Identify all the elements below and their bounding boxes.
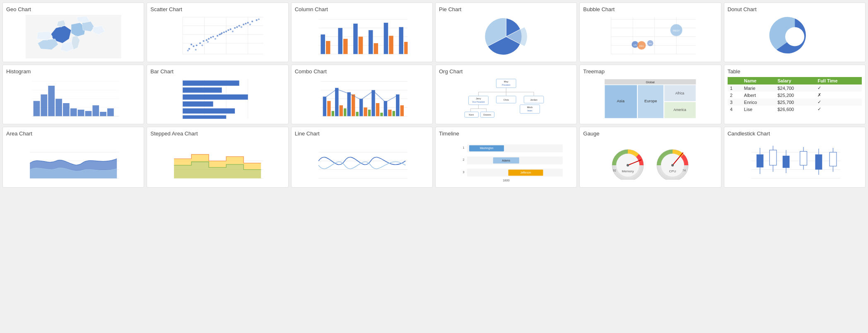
svg-rect-60 xyxy=(383,23,388,54)
area-chart-area xyxy=(6,139,140,183)
svg-rect-52 xyxy=(321,34,325,54)
combo-chart-title: Combo Chart xyxy=(295,68,429,75)
svg-text:IRN: IRN xyxy=(649,43,652,45)
svg-rect-53 xyxy=(326,41,330,54)
svg-point-31 xyxy=(243,24,244,25)
pie-chart-svg xyxy=(439,15,573,58)
column-chart-area xyxy=(295,15,429,58)
table-cell: 4 xyxy=(728,106,742,113)
scatter-chart-area xyxy=(150,15,285,58)
svg-text:1800: 1800 xyxy=(503,179,509,182)
treemap-area: Global Asia Europe Africa America xyxy=(583,77,717,121)
treemap-svg: Global Asia Europe Africa America xyxy=(583,77,717,121)
bubble-chart-svg: US DEU IRN RIEGY xyxy=(583,15,717,58)
svg-rect-104 xyxy=(100,112,106,116)
svg-point-12 xyxy=(193,46,195,47)
svg-rect-113 xyxy=(183,94,248,100)
bubble-chart-card: Bubble Chart US DEU IRN xyxy=(579,2,721,62)
table-cell: ✗ xyxy=(815,92,862,99)
svg-point-40 xyxy=(241,26,242,28)
svg-rect-233 xyxy=(782,156,789,168)
svg-text:DEU: DEU xyxy=(639,45,644,47)
gauge-card: Gauge Memor xyxy=(579,127,721,188)
svg-text:America: America xyxy=(674,108,687,112)
geo-chart-title: Geo Chart xyxy=(6,6,140,12)
svg-text:Adams: Adams xyxy=(502,159,510,162)
table-cell: ✓ xyxy=(815,106,862,113)
timeline-area: 1 2 3 Washington Adams Jefferson 1800 xyxy=(439,139,573,184)
svg-point-43 xyxy=(207,41,209,43)
svg-point-27 xyxy=(230,29,231,30)
svg-rect-58 xyxy=(369,30,373,54)
table-cell: $25,200 xyxy=(775,92,815,99)
stepped-area-svg xyxy=(150,139,285,183)
svg-point-30 xyxy=(239,25,240,27)
svg-rect-96 xyxy=(41,94,47,116)
geo-chart-card: Geo Chart xyxy=(2,2,144,62)
svg-rect-61 xyxy=(389,36,393,54)
area-chart-svg xyxy=(6,139,140,183)
svg-point-29 xyxy=(236,26,238,28)
stepped-area-title: Stepped Area Chart xyxy=(150,130,285,137)
svg-rect-55 xyxy=(343,39,348,54)
svg-text:Global: Global xyxy=(646,80,655,84)
svg-point-88 xyxy=(785,27,804,46)
candlestick-card: Candlestick Chart xyxy=(724,127,866,188)
svg-rect-59 xyxy=(374,43,378,54)
column-chart-svg xyxy=(295,15,429,58)
svg-text:92: 92 xyxy=(613,169,617,172)
org-chart-area: May President Jerry Vice President Chris… xyxy=(439,77,573,121)
svg-text:Memory: Memory xyxy=(622,169,634,173)
svg-point-42 xyxy=(187,50,189,51)
table-cell: 2 xyxy=(728,92,742,99)
histogram-area xyxy=(6,77,140,121)
org-chart-title: Org Chart xyxy=(439,68,573,75)
column-chart-title: Column Chart xyxy=(295,6,429,12)
cpu-gauge-svg: CPU 74 xyxy=(652,142,693,180)
svg-rect-139 xyxy=(356,112,358,116)
svg-point-45 xyxy=(258,18,260,20)
svg-rect-130 xyxy=(327,101,330,116)
svg-text:Chris: Chris xyxy=(503,99,509,101)
svg-rect-140 xyxy=(368,110,371,116)
svg-point-16 xyxy=(203,40,205,42)
pie-chart-area xyxy=(439,15,573,58)
svg-rect-128 xyxy=(383,101,387,116)
svg-rect-142 xyxy=(392,111,395,116)
geo-chart-svg xyxy=(6,15,140,58)
svg-rect-102 xyxy=(85,111,92,116)
svg-rect-127 xyxy=(371,90,375,116)
svg-text:President: President xyxy=(502,84,511,86)
svg-rect-112 xyxy=(183,87,222,93)
column-chart-card: Column Chart xyxy=(291,2,433,62)
bar-chart-svg xyxy=(150,77,285,121)
svg-rect-133 xyxy=(364,108,367,116)
scatter-chart-svg xyxy=(150,15,285,58)
svg-rect-235 xyxy=(800,151,807,165)
geo-chart-area xyxy=(6,15,140,58)
timeline-title: Timeline xyxy=(439,130,573,137)
histogram-svg xyxy=(6,77,140,121)
svg-text:Asia: Asia xyxy=(617,99,625,103)
svg-point-34 xyxy=(251,21,253,22)
svg-rect-229 xyxy=(756,154,763,168)
svg-rect-124 xyxy=(335,88,338,116)
svg-text:US: US xyxy=(634,44,637,46)
chart-grid: Geo Chart xyxy=(0,0,868,190)
table-cell: ✓ xyxy=(815,84,862,92)
svg-rect-95 xyxy=(34,101,40,116)
pie-chart-card: Pie Chart xyxy=(435,2,577,62)
svg-rect-99 xyxy=(63,103,70,116)
timeline-svg: 1 2 3 Washington Adams Jefferson 1800 xyxy=(439,139,573,183)
area-chart-card: Area Chart xyxy=(2,127,144,188)
svg-point-28 xyxy=(234,27,236,29)
svg-point-26 xyxy=(228,29,229,31)
histogram-title: Histogram xyxy=(6,68,140,75)
svg-rect-101 xyxy=(78,110,84,116)
svg-text:Vice President: Vice President xyxy=(472,101,485,103)
svg-point-35 xyxy=(256,19,258,21)
svg-point-17 xyxy=(206,39,207,41)
treemap-title: Treemap xyxy=(583,68,717,75)
svg-text:Intern: Intern xyxy=(527,110,533,112)
svg-text:May: May xyxy=(504,80,509,83)
